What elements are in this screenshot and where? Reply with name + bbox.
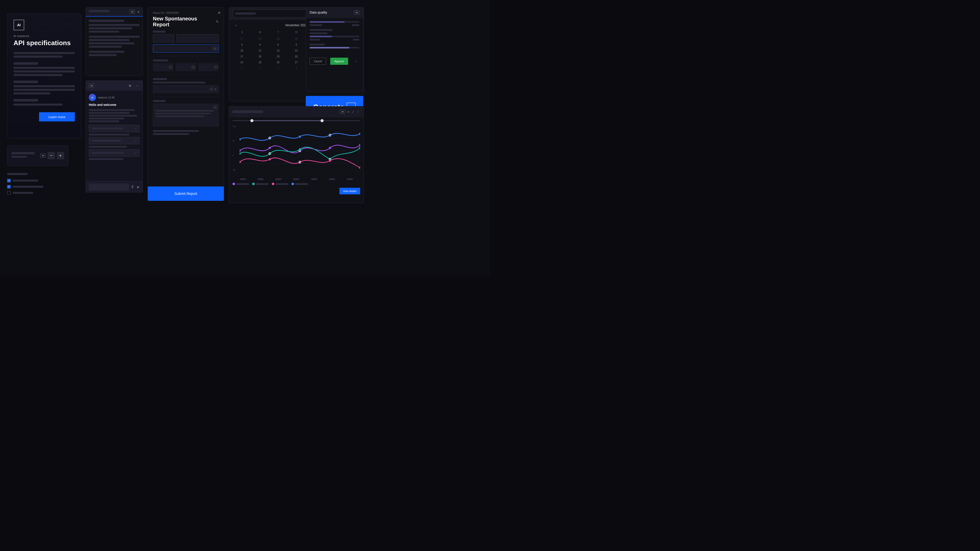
checkbox-2[interactable]: ✓ (7, 185, 11, 189)
panel-chart: AI ≡ ⤢ ⋮ 100 50 0 -50 (229, 106, 364, 203)
chart-header: AI ≡ ⤢ ⋮ (229, 106, 364, 117)
cal-day[interactable]: 2 (251, 65, 269, 71)
chat-skeleton-1 (89, 109, 140, 122)
cal-day[interactable]: 29 (269, 36, 287, 41)
report-edit-icon[interactable]: ✎ (216, 20, 219, 24)
chart-list-icon[interactable]: ≡ (347, 110, 349, 114)
cal-day[interactable]: 4 (251, 42, 269, 48)
report-header: Report No. 398382983 New Spontaneous Rep… (148, 7, 224, 30)
checkbox-3[interactable] (7, 191, 11, 195)
cal-day[interactable]: 3 (233, 42, 251, 48)
chat-header: AI ⧉ − (86, 81, 143, 91)
dq-header: Data quality AI (306, 7, 363, 17)
svg-point-4 (269, 147, 271, 149)
chat-copy-icon[interactable]: ⧉ (127, 83, 132, 88)
svg-point-21 (329, 134, 331, 136)
cal-day[interactable]: 4 (287, 65, 305, 71)
dq-body (306, 17, 363, 55)
cal-day[interactable]: 13 (287, 48, 305, 53)
dq-footer: Cancel Approve → (306, 55, 363, 67)
chat-send-icon[interactable]: ➤ (137, 185, 140, 189)
cal-day[interactable]: 18 (251, 54, 269, 59)
dq-cancel-button[interactable]: Cancel (310, 58, 326, 65)
cal-day[interactable]: 10 (233, 48, 251, 53)
cal-day[interactable]: 28 (251, 36, 269, 41)
report-body: AI AI AI AI (148, 30, 224, 186)
cal-day[interactable]: 12 (269, 48, 287, 53)
chart-more-icon[interactable]: ⋮ (356, 110, 360, 114)
chat-option-2-button[interactable]: → (89, 137, 140, 144)
report-title: New Spontaneous Report (153, 16, 213, 27)
dq-row-2 (310, 29, 360, 41)
stepper-decrement-button[interactable]: − (48, 152, 55, 159)
svg-point-9 (269, 152, 271, 155)
cal-day[interactable]: 20 (287, 54, 305, 59)
panel-data-quality: Data quality AI (306, 7, 363, 91)
legend-item-b (252, 183, 269, 185)
cal-day[interactable]: 26 (269, 60, 287, 65)
ai-explained-title: API specifications (14, 39, 75, 47)
dq-ai-badge: AI (354, 11, 360, 14)
cal-day[interactable]: 30 (287, 36, 305, 41)
field-group-name: AI (153, 30, 219, 52)
stepper-increment-button[interactable]: + (57, 152, 64, 159)
learn-more-button[interactable]: Learn more (39, 112, 75, 121)
chart-slider-area (229, 117, 364, 121)
chat-input-field[interactable] (89, 183, 129, 191)
report-close-button[interactable]: ✕ (218, 11, 221, 15)
cal-day[interactable]: 11 (251, 48, 269, 53)
dq-row-3 (310, 44, 360, 48)
panel-report: ✕ Report No. 398382983 New Spontaneous R… (148, 7, 224, 201)
skeleton-group-2 (14, 62, 75, 76)
chat-option-3-button[interactable]: → (89, 149, 140, 157)
chart-title (232, 110, 263, 113)
check-item-2[interactable]: ✓ (7, 184, 68, 190)
chat-mic-icon[interactable]: 🎙 (131, 185, 135, 189)
legend-item-d (291, 183, 308, 185)
cal-day[interactable]: 27 (233, 36, 251, 41)
cal-day[interactable]: 24 (233, 60, 251, 65)
legend-item-a (232, 183, 249, 185)
cal-day[interactable]: 3 (269, 65, 287, 71)
report-submit-button[interactable]: Submit Report (174, 192, 197, 196)
chat-avatar: w (89, 94, 96, 101)
dq-arrow-button[interactable]: → (352, 58, 360, 65)
cal-day[interactable]: 5 (269, 42, 287, 48)
panel-list-expand-icon[interactable]: ∧ (137, 10, 140, 14)
report-footer: Submit Report (148, 186, 224, 201)
cal-day[interactable]: 1 (233, 65, 251, 71)
chart-action-button[interactable]: View details (339, 188, 360, 194)
cal-day[interactable]: 25 (251, 60, 269, 65)
check-item-3[interactable] (7, 190, 68, 196)
section-divider-3 (153, 97, 219, 97)
svg-point-19 (269, 137, 271, 139)
stepper-info (11, 152, 35, 159)
ai-explained-label: AI explained (14, 35, 75, 38)
dq-approve-button[interactable]: Approve (330, 58, 348, 65)
chart-slider-right-thumb[interactable] (321, 119, 324, 122)
ai-logo: AI (14, 20, 24, 30)
chat-header-icons: ⧉ − (127, 83, 140, 88)
chart-plot-area: 100 50 0 -50 (232, 125, 360, 176)
panel-chat: AI ⧉ − w watsonx 12:46 Hello and welcome (86, 80, 143, 192)
cal-day[interactable]: 17 (233, 54, 251, 59)
chat-minimize-icon[interactable]: − (135, 83, 140, 88)
chart-expand-icon[interactable]: ⤢ (352, 110, 355, 114)
legend-dot-d (291, 183, 294, 185)
dq-row-1 (310, 21, 360, 26)
check-item-1[interactable]: ✓ (7, 178, 68, 184)
chat-option-1-button[interactable]: → (89, 125, 140, 132)
chart-slider-left-thumb[interactable] (250, 119, 253, 122)
svg-point-15 (299, 161, 301, 163)
checkbox-1[interactable]: ✓ (7, 179, 11, 183)
panel-checklist: ✓ ✓ (7, 171, 68, 197)
cal-day[interactable]: 27 (287, 60, 305, 65)
chat-meta: watsonx 12:46 (98, 96, 115, 99)
cal-day[interactable]: 6 (287, 42, 305, 48)
cal-day[interactable]: 19 (269, 54, 287, 59)
cal-prev-button[interactable]: ‹ (233, 22, 239, 28)
skeleton-group-1 (14, 52, 75, 58)
dq-title: Data quality (310, 11, 327, 14)
field-group-reaction: AI AI AI (153, 59, 219, 71)
legend-dot-b (252, 183, 255, 185)
